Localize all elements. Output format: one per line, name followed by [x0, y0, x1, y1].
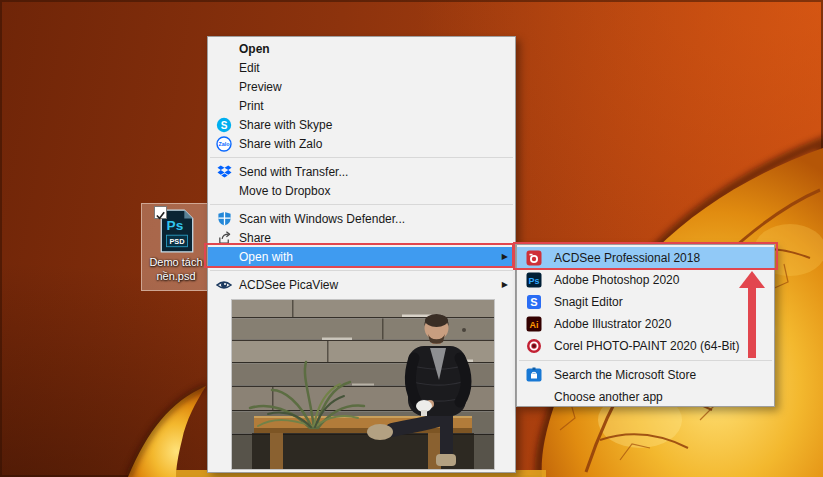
- picaview-eye-icon: [216, 277, 232, 293]
- submenu-item-label: ACDSee Professional 2018: [554, 251, 700, 265]
- menu-item-label: Edit: [239, 61, 260, 75]
- svg-text:Ai: Ai: [530, 320, 539, 330]
- menu-item-label: Open with: [239, 250, 293, 264]
- submenu-item-label: Choose another app: [554, 390, 663, 404]
- microsoft-store-icon: [526, 367, 542, 383]
- snagit-icon: S: [526, 294, 542, 310]
- submenu-item-label: Corel PHOTO-PAINT 2020 (64-Bit): [554, 339, 739, 353]
- zalo-icon: Zalo: [216, 136, 232, 152]
- windows-defender-icon: [216, 211, 232, 227]
- ps-badge: Ps: [167, 218, 184, 233]
- submenu-item-acdsee-professional[interactable]: ACDSee Professional 2018: [517, 247, 774, 269]
- menu-item-share-skype[interactable]: S Share with Skype: [208, 115, 515, 134]
- submenu-arrow-icon: [502, 281, 508, 289]
- illustrator-icon: Ai: [526, 316, 542, 332]
- menu-separator: [210, 157, 513, 158]
- menu-item-label: Move to Dropbox: [239, 184, 330, 198]
- file-name-line2: nền.psd: [136, 269, 216, 283]
- psd-badge: PSD: [169, 237, 184, 246]
- menu-item-label: ACDSee PicaView: [239, 278, 338, 292]
- submenu-arrow-icon: [502, 253, 508, 261]
- menu-item-label: Send with Transfer...: [239, 165, 348, 179]
- corel-photo-paint-icon: [526, 338, 542, 354]
- photoshop-icon: Ps: [526, 272, 542, 288]
- menu-item-preview[interactable]: Preview: [208, 77, 515, 96]
- menu-item-send-transfer[interactable]: Send with Transfer...: [208, 162, 515, 181]
- selection-checkbox[interactable]: [154, 206, 167, 219]
- desktop-screen: Ps PSD Demo tách nền.psd Open Edit Previ…: [0, 0, 823, 477]
- svg-text:S: S: [221, 120, 228, 131]
- menu-item-scan-defender[interactable]: Scan with Windows Defender...: [208, 209, 515, 228]
- menu-item-label: Share with Zalo: [239, 137, 322, 151]
- menu-item-print[interactable]: Print: [208, 96, 515, 115]
- menu-item-share[interactable]: Share: [208, 228, 515, 247]
- picaview-photo-preview: [231, 299, 495, 470]
- submenu-item-label: Snagit Editor: [554, 295, 623, 309]
- menu-item-label: Print: [239, 99, 264, 113]
- file-name-line1: Demo tách: [136, 255, 216, 269]
- menu-item-label: Open: [239, 42, 270, 56]
- file-name-label: Demo tách nền.psd: [136, 255, 216, 283]
- menu-separator: [210, 204, 513, 205]
- submenu-item-snagit[interactable]: S Snagit Editor: [517, 291, 774, 313]
- submenu-item-label: Search the Microsoft Store: [554, 368, 696, 382]
- acdsee-icon: [526, 250, 542, 266]
- menu-separator: [519, 360, 772, 361]
- submenu-item-label: Adobe Illustrator 2020: [554, 317, 671, 331]
- menu-item-label: Scan with Windows Defender...: [239, 212, 405, 226]
- share-icon: [216, 230, 232, 246]
- menu-item-open-with[interactable]: Open with: [208, 247, 515, 266]
- submenu-item-search-microsoft-store[interactable]: Search the Microsoft Store: [517, 364, 774, 386]
- menu-separator: [210, 270, 513, 271]
- menu-item-share-zalo[interactable]: Zalo Share with Zalo: [208, 134, 515, 153]
- menu-item-edit[interactable]: Edit: [208, 58, 515, 77]
- skype-icon: S: [216, 117, 232, 133]
- submenu-item-illustrator[interactable]: Ai Adobe Illustrator 2020: [517, 313, 774, 335]
- submenu-item-corel-photo-paint[interactable]: Corel PHOTO-PAINT 2020 (64-Bit): [517, 335, 774, 357]
- checkmark-icon: [155, 210, 166, 221]
- svg-text:Ps: Ps: [528, 276, 539, 286]
- menu-item-open[interactable]: Open: [208, 39, 515, 58]
- menu-item-acdsee-picaview[interactable]: ACDSee PicaView: [208, 275, 515, 294]
- open-with-submenu: ACDSee Professional 2018 Ps Adobe Photos…: [516, 244, 775, 407]
- svg-text:S: S: [530, 296, 537, 308]
- menu-item-label: Share with Skype: [239, 118, 332, 132]
- submenu-item-photoshop[interactable]: Ps Adobe Photoshop 2020: [517, 269, 774, 291]
- submenu-item-label: Adobe Photoshop 2020: [554, 273, 679, 287]
- menu-item-label: Preview: [239, 80, 282, 94]
- submenu-item-choose-another-app[interactable]: Choose another app: [517, 386, 774, 408]
- dropbox-transfer-icon: [216, 164, 232, 180]
- context-menu: Open Edit Preview Print S Share with Sky…: [207, 36, 516, 473]
- svg-text:Zalo: Zalo: [218, 141, 230, 147]
- menu-item-move-dropbox[interactable]: Move to Dropbox: [208, 181, 515, 200]
- desktop-file-psd[interactable]: Ps PSD Demo tách nền.psd: [141, 203, 211, 291]
- menu-item-label: Share: [239, 231, 271, 245]
